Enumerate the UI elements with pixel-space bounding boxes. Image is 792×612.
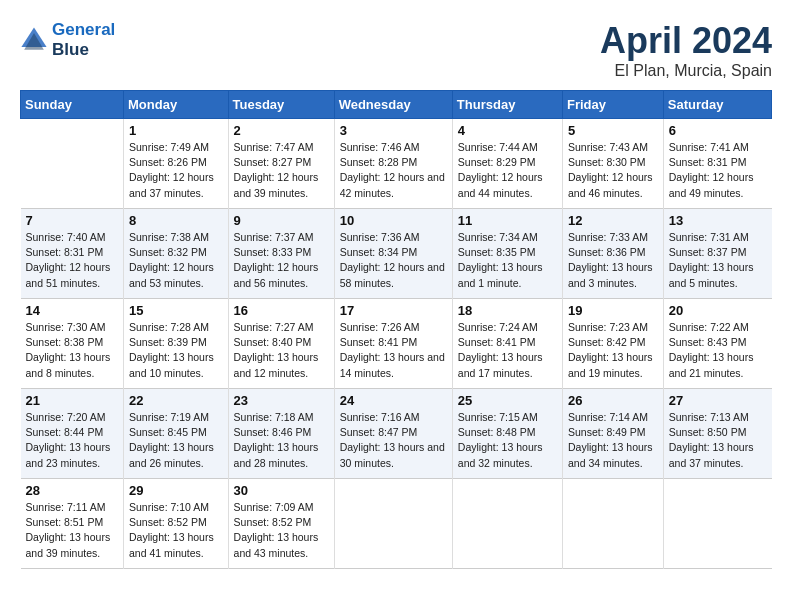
location: El Plan, Murcia, Spain <box>600 62 772 80</box>
weekday-header: Saturday <box>663 91 771 119</box>
day-number: 9 <box>234 213 329 228</box>
calendar-week-row: 1Sunrise: 7:49 AM Sunset: 8:26 PM Daylig… <box>21 119 772 209</box>
calendar-cell: 23Sunrise: 7:18 AM Sunset: 8:46 PM Dayli… <box>228 389 334 479</box>
weekday-header: Thursday <box>452 91 562 119</box>
calendar-cell: 8Sunrise: 7:38 AM Sunset: 8:32 PM Daylig… <box>124 209 229 299</box>
day-info: Sunrise: 7:41 AM Sunset: 8:31 PM Dayligh… <box>669 140 767 201</box>
day-info: Sunrise: 7:22 AM Sunset: 8:43 PM Dayligh… <box>669 320 767 381</box>
day-number: 22 <box>129 393 223 408</box>
day-number: 3 <box>340 123 447 138</box>
day-number: 25 <box>458 393 557 408</box>
calendar-cell: 14Sunrise: 7:30 AM Sunset: 8:38 PM Dayli… <box>21 299 124 389</box>
calendar-cell: 12Sunrise: 7:33 AM Sunset: 8:36 PM Dayli… <box>562 209 663 299</box>
day-number: 18 <box>458 303 557 318</box>
day-info: Sunrise: 7:49 AM Sunset: 8:26 PM Dayligh… <box>129 140 223 201</box>
day-number: 15 <box>129 303 223 318</box>
calendar-cell: 9Sunrise: 7:37 AM Sunset: 8:33 PM Daylig… <box>228 209 334 299</box>
day-number: 26 <box>568 393 658 408</box>
day-info: Sunrise: 7:15 AM Sunset: 8:48 PM Dayligh… <box>458 410 557 471</box>
calendar-cell: 13Sunrise: 7:31 AM Sunset: 8:37 PM Dayli… <box>663 209 771 299</box>
month-title: April 2024 <box>600 20 772 62</box>
calendar-cell: 18Sunrise: 7:24 AM Sunset: 8:41 PM Dayli… <box>452 299 562 389</box>
day-number: 4 <box>458 123 557 138</box>
day-number: 10 <box>340 213 447 228</box>
day-number: 30 <box>234 483 329 498</box>
day-number: 12 <box>568 213 658 228</box>
day-info: Sunrise: 7:28 AM Sunset: 8:39 PM Dayligh… <box>129 320 223 381</box>
day-number: 16 <box>234 303 329 318</box>
calendar-cell: 25Sunrise: 7:15 AM Sunset: 8:48 PM Dayli… <box>452 389 562 479</box>
calendar-cell: 26Sunrise: 7:14 AM Sunset: 8:49 PM Dayli… <box>562 389 663 479</box>
calendar-cell: 19Sunrise: 7:23 AM Sunset: 8:42 PM Dayli… <box>562 299 663 389</box>
header: General Blue April 2024 El Plan, Murcia,… <box>20 20 772 80</box>
calendar-cell: 15Sunrise: 7:28 AM Sunset: 8:39 PM Dayli… <box>124 299 229 389</box>
weekday-header: Friday <box>562 91 663 119</box>
calendar-week-row: 21Sunrise: 7:20 AM Sunset: 8:44 PM Dayli… <box>21 389 772 479</box>
calendar-table: SundayMondayTuesdayWednesdayThursdayFrid… <box>20 90 772 569</box>
calendar-cell <box>562 479 663 569</box>
day-number: 23 <box>234 393 329 408</box>
day-info: Sunrise: 7:24 AM Sunset: 8:41 PM Dayligh… <box>458 320 557 381</box>
day-number: 29 <box>129 483 223 498</box>
day-number: 8 <box>129 213 223 228</box>
day-info: Sunrise: 7:33 AM Sunset: 8:36 PM Dayligh… <box>568 230 658 291</box>
calendar-cell: 16Sunrise: 7:27 AM Sunset: 8:40 PM Dayli… <box>228 299 334 389</box>
day-info: Sunrise: 7:11 AM Sunset: 8:51 PM Dayligh… <box>26 500 119 561</box>
day-info: Sunrise: 7:44 AM Sunset: 8:29 PM Dayligh… <box>458 140 557 201</box>
calendar-cell: 4Sunrise: 7:44 AM Sunset: 8:29 PM Daylig… <box>452 119 562 209</box>
calendar-week-row: 7Sunrise: 7:40 AM Sunset: 8:31 PM Daylig… <box>21 209 772 299</box>
day-info: Sunrise: 7:19 AM Sunset: 8:45 PM Dayligh… <box>129 410 223 471</box>
calendar-cell: 21Sunrise: 7:20 AM Sunset: 8:44 PM Dayli… <box>21 389 124 479</box>
weekday-header: Wednesday <box>334 91 452 119</box>
calendar-cell: 10Sunrise: 7:36 AM Sunset: 8:34 PM Dayli… <box>334 209 452 299</box>
calendar-cell: 11Sunrise: 7:34 AM Sunset: 8:35 PM Dayli… <box>452 209 562 299</box>
day-info: Sunrise: 7:36 AM Sunset: 8:34 PM Dayligh… <box>340 230 447 291</box>
logo-icon <box>20 26 48 54</box>
calendar-cell: 30Sunrise: 7:09 AM Sunset: 8:52 PM Dayli… <box>228 479 334 569</box>
day-info: Sunrise: 7:43 AM Sunset: 8:30 PM Dayligh… <box>568 140 658 201</box>
calendar-cell <box>334 479 452 569</box>
calendar-cell: 20Sunrise: 7:22 AM Sunset: 8:43 PM Dayli… <box>663 299 771 389</box>
day-number: 17 <box>340 303 447 318</box>
day-number: 6 <box>669 123 767 138</box>
day-info: Sunrise: 7:40 AM Sunset: 8:31 PM Dayligh… <box>26 230 119 291</box>
day-number: 2 <box>234 123 329 138</box>
day-info: Sunrise: 7:26 AM Sunset: 8:41 PM Dayligh… <box>340 320 447 381</box>
day-number: 20 <box>669 303 767 318</box>
day-info: Sunrise: 7:34 AM Sunset: 8:35 PM Dayligh… <box>458 230 557 291</box>
calendar-header: SundayMondayTuesdayWednesdayThursdayFrid… <box>21 91 772 119</box>
calendar-cell: 6Sunrise: 7:41 AM Sunset: 8:31 PM Daylig… <box>663 119 771 209</box>
day-info: Sunrise: 7:31 AM Sunset: 8:37 PM Dayligh… <box>669 230 767 291</box>
day-info: Sunrise: 7:18 AM Sunset: 8:46 PM Dayligh… <box>234 410 329 471</box>
day-info: Sunrise: 7:30 AM Sunset: 8:38 PM Dayligh… <box>26 320 119 381</box>
day-number: 28 <box>26 483 119 498</box>
weekday-header: Sunday <box>21 91 124 119</box>
calendar-cell: 1Sunrise: 7:49 AM Sunset: 8:26 PM Daylig… <box>124 119 229 209</box>
day-info: Sunrise: 7:46 AM Sunset: 8:28 PM Dayligh… <box>340 140 447 201</box>
day-number: 19 <box>568 303 658 318</box>
day-number: 7 <box>26 213 119 228</box>
day-number: 5 <box>568 123 658 138</box>
calendar-cell: 7Sunrise: 7:40 AM Sunset: 8:31 PM Daylig… <box>21 209 124 299</box>
day-info: Sunrise: 7:10 AM Sunset: 8:52 PM Dayligh… <box>129 500 223 561</box>
day-number: 27 <box>669 393 767 408</box>
weekday-header: Monday <box>124 91 229 119</box>
day-number: 13 <box>669 213 767 228</box>
calendar-cell: 28Sunrise: 7:11 AM Sunset: 8:51 PM Dayli… <box>21 479 124 569</box>
calendar-cell: 22Sunrise: 7:19 AM Sunset: 8:45 PM Dayli… <box>124 389 229 479</box>
calendar-cell: 27Sunrise: 7:13 AM Sunset: 8:50 PM Dayli… <box>663 389 771 479</box>
calendar-week-row: 14Sunrise: 7:30 AM Sunset: 8:38 PM Dayli… <box>21 299 772 389</box>
logo: General Blue <box>20 20 115 60</box>
day-number: 24 <box>340 393 447 408</box>
day-info: Sunrise: 7:20 AM Sunset: 8:44 PM Dayligh… <box>26 410 119 471</box>
day-info: Sunrise: 7:38 AM Sunset: 8:32 PM Dayligh… <box>129 230 223 291</box>
calendar-cell: 2Sunrise: 7:47 AM Sunset: 8:27 PM Daylig… <box>228 119 334 209</box>
calendar-cell <box>21 119 124 209</box>
weekday-header: Tuesday <box>228 91 334 119</box>
calendar-cell: 24Sunrise: 7:16 AM Sunset: 8:47 PM Dayli… <box>334 389 452 479</box>
day-number: 14 <box>26 303 119 318</box>
day-info: Sunrise: 7:14 AM Sunset: 8:49 PM Dayligh… <box>568 410 658 471</box>
day-number: 21 <box>26 393 119 408</box>
day-info: Sunrise: 7:23 AM Sunset: 8:42 PM Dayligh… <box>568 320 658 381</box>
day-info: Sunrise: 7:27 AM Sunset: 8:40 PM Dayligh… <box>234 320 329 381</box>
